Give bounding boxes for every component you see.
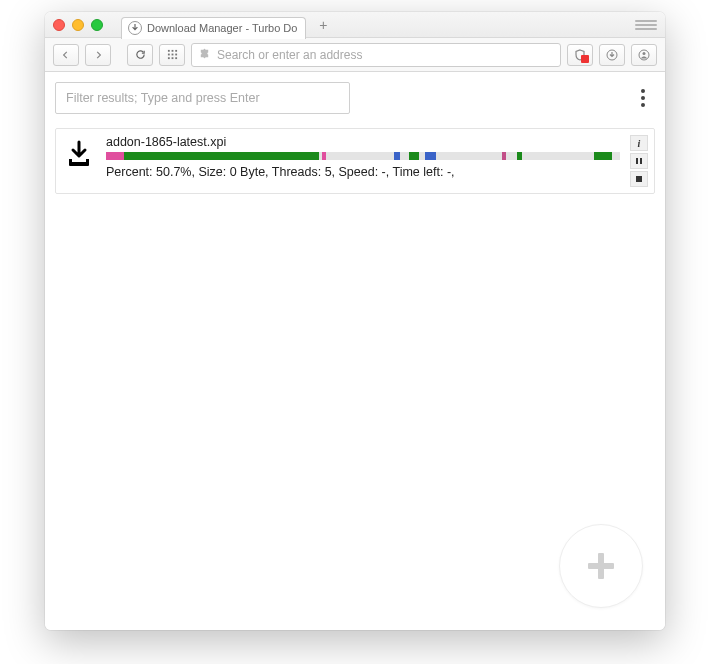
svg-rect-3 [167, 54, 169, 56]
pause-button[interactable] [630, 153, 648, 169]
download-file-icon [62, 137, 96, 171]
browser-toolbar [45, 38, 665, 72]
svg-rect-2 [175, 50, 177, 52]
svg-rect-16 [640, 158, 642, 164]
filter-row [55, 82, 655, 114]
svg-rect-19 [588, 563, 614, 569]
address-bar[interactable] [191, 43, 561, 67]
url-input[interactable] [217, 48, 554, 62]
browser-window: Download Manager - Turbo Do + [45, 12, 665, 630]
svg-rect-8 [175, 57, 177, 59]
window-close[interactable] [53, 19, 65, 31]
svg-rect-4 [171, 54, 173, 56]
forward-button[interactable] [85, 44, 111, 66]
download-filename: addon-1865-latest.xpi [106, 135, 620, 149]
stop-button[interactable] [630, 171, 648, 187]
svg-rect-0 [167, 50, 169, 52]
page-content: addon-1865-latest.xpi Percent: 50.7%, Si… [45, 72, 665, 630]
tab-title: Download Manager - Turbo Do [147, 22, 297, 34]
download-actions: i [630, 135, 648, 187]
puzzle-icon [198, 47, 211, 63]
back-button[interactable] [53, 44, 79, 66]
download-icon [128, 21, 142, 35]
more-menu-button[interactable] [631, 84, 655, 112]
svg-rect-7 [171, 57, 173, 59]
downloads-button[interactable] [599, 44, 625, 66]
hamburger-menu-icon[interactable] [635, 16, 657, 34]
info-button[interactable]: i [630, 135, 648, 151]
titlebar: Download Manager - Turbo Do + [45, 12, 665, 38]
add-download-fab[interactable] [559, 524, 643, 608]
download-progress-bar [106, 152, 620, 160]
svg-rect-1 [171, 50, 173, 52]
svg-rect-6 [167, 57, 169, 59]
svg-point-11 [643, 52, 646, 55]
reload-button[interactable] [127, 44, 153, 66]
filter-input[interactable] [55, 82, 350, 114]
svg-rect-14 [86, 159, 89, 163]
window-minimize[interactable] [72, 19, 84, 31]
svg-rect-5 [175, 54, 177, 56]
plus-icon [584, 549, 618, 583]
download-item: addon-1865-latest.xpi Percent: 50.7%, Si… [55, 128, 655, 194]
profile-button[interactable] [631, 44, 657, 66]
browser-tab[interactable]: Download Manager - Turbo Do [121, 17, 306, 39]
security-badge-button[interactable] [567, 44, 593, 66]
window-maximize[interactable] [91, 19, 103, 31]
download-main: addon-1865-latest.xpi Percent: 50.7%, Si… [106, 135, 620, 179]
svg-rect-15 [636, 158, 638, 164]
apps-grid-button[interactable] [159, 44, 185, 66]
svg-rect-17 [636, 176, 642, 182]
window-controls [53, 19, 103, 31]
download-status: Percent: 50.7%, Size: 0 Byte, Threads: 5… [106, 165, 620, 179]
new-tab-button[interactable]: + [314, 16, 332, 34]
svg-rect-13 [69, 159, 72, 163]
